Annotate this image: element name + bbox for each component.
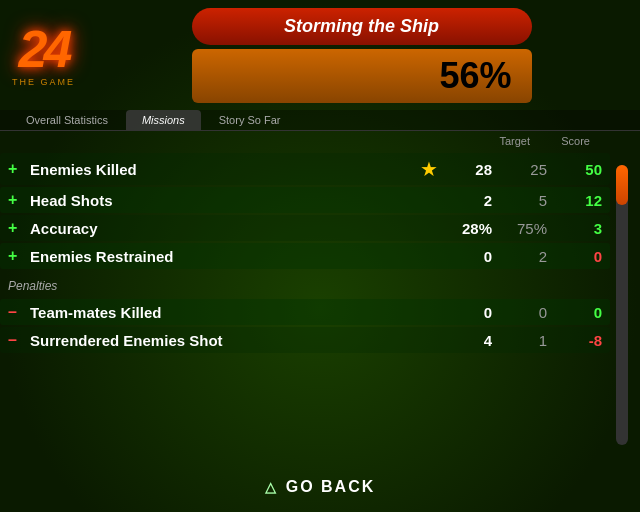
logo-subtitle: THE GAME [12, 77, 75, 87]
score-header: Score [530, 135, 590, 147]
row-sign: – [8, 331, 26, 349]
star-icon: ★ [420, 157, 438, 181]
target-header: Target [470, 135, 530, 147]
go-back-area: △ GO BACK [0, 478, 640, 496]
row-target: 75% [492, 220, 547, 237]
logo-number: 24 [19, 20, 69, 78]
table-row: + Head Shots 2 5 12 [0, 187, 610, 213]
row-target: 0 [492, 304, 547, 321]
row-label: Enemies Restrained [30, 248, 442, 265]
row-label: Enemies Killed [30, 161, 420, 178]
row-sign: + [8, 219, 26, 237]
go-back-button[interactable]: △ GO BACK [265, 478, 376, 496]
table-row: – Team-mates Killed 0 0 0 [0, 299, 610, 325]
header: 24 ™ THE GAME Storming the Ship 56% [0, 0, 640, 110]
row-value: 2 [442, 192, 492, 209]
row-target: 1 [492, 332, 547, 349]
tab-missions[interactable]: Missions [126, 110, 201, 130]
mission-title: Storming the Ship [192, 8, 532, 45]
row-label: Head Shots [30, 192, 442, 209]
row-value: 28 [442, 161, 492, 178]
row-value: 0 [442, 304, 492, 321]
row-score: 50 [547, 161, 602, 178]
row-sign: – [8, 303, 26, 321]
logo: 24 ™ THE GAME [12, 23, 75, 87]
table-row: + Accuracy 28% 75% 3 [0, 215, 610, 241]
main-content: Target Score + Enemies Killed ★ 28 25 50… [0, 131, 640, 353]
row-sign: + [8, 191, 26, 209]
penalties-section-label: Penalties [0, 271, 610, 297]
scrollbar-thumb[interactable] [616, 165, 628, 205]
column-headers: Target Score [0, 131, 640, 151]
table-row: + Enemies Restrained 0 2 0 [0, 243, 610, 269]
table-row: – Surrendered Enemies Shot 4 1 -8 [0, 327, 610, 353]
row-label: Surrendered Enemies Shot [30, 332, 442, 349]
row-score: -8 [547, 332, 602, 349]
row-sign: + [8, 247, 26, 265]
row-sign: + [8, 160, 26, 178]
go-back-label: GO BACK [286, 478, 376, 496]
tab-overall-statistics[interactable]: Overall Statistics [10, 110, 124, 130]
tab-story-so-far[interactable]: Story So Far [203, 110, 297, 130]
row-target: 25 [492, 161, 547, 178]
tab-bar: Overall Statistics Missions Story So Far [0, 110, 640, 131]
row-value: 4 [442, 332, 492, 349]
triangle-icon: △ [265, 479, 278, 495]
row-target: 2 [492, 248, 547, 265]
row-target: 5 [492, 192, 547, 209]
row-label: Accuracy [30, 220, 442, 237]
row-score: 3 [547, 220, 602, 237]
row-value: 28% [442, 220, 492, 237]
row-score: 0 [547, 248, 602, 265]
completion-percent: 56% [192, 49, 532, 103]
row-score: 12 [547, 192, 602, 209]
mission-header: Storming the Ship 56% [95, 8, 628, 103]
table-row: + Enemies Killed ★ 28 25 50 [0, 153, 610, 185]
row-label: Team-mates Killed [30, 304, 442, 321]
scrollbar[interactable] [616, 165, 628, 445]
row-value: 0 [442, 248, 492, 265]
row-score: 0 [547, 304, 602, 321]
